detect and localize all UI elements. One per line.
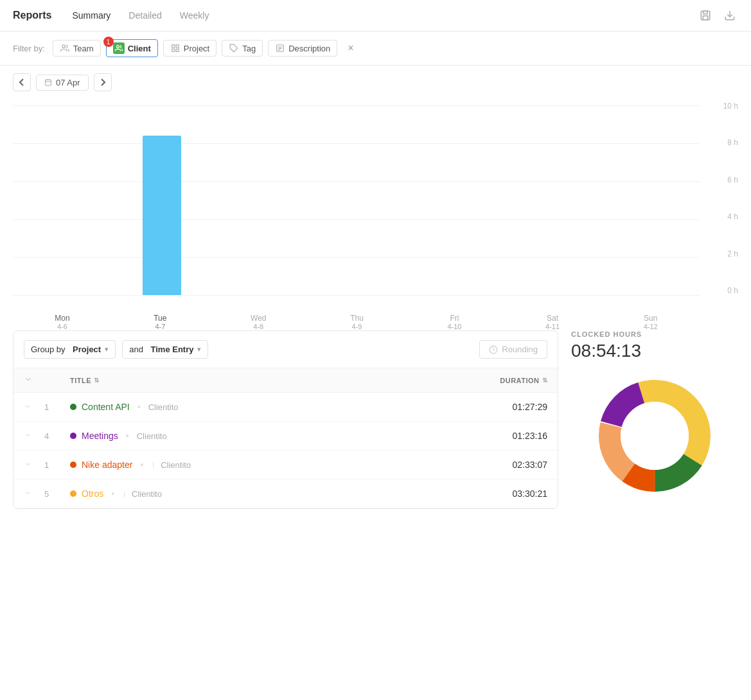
row-toggle-1[interactable] (24, 402, 44, 412)
filter-team-label: Team (73, 44, 94, 53)
row-toggle-3[interactable] (24, 460, 44, 470)
filter-tag[interactable]: Tag (222, 40, 263, 57)
filter-team[interactable]: Team (53, 40, 101, 57)
group-by-select[interactable]: Group by Project ▾ (24, 340, 116, 359)
svg-rect-15 (46, 80, 51, 85)
bar-tue-rect (143, 136, 181, 295)
y-label-8h: 8 h (727, 138, 738, 147)
table-controls: Group by Project ▾ and Time Entry ▾ Roun… (13, 331, 558, 368)
filter-label: Filter by: (13, 44, 45, 53)
donut-svg (590, 372, 719, 500)
clocked-label: CLOCKED HOURS (571, 330, 738, 338)
table-card: Group by Project ▾ and Time Entry ▾ Roun… (13, 330, 558, 509)
download-button[interactable] (721, 7, 738, 24)
row-title-4: Otros • | Clientito (70, 489, 470, 499)
svg-rect-6 (172, 45, 175, 48)
row-toggle-2[interactable] (24, 431, 44, 441)
row-num-1: 1 (44, 402, 70, 412)
rounding-icon (489, 345, 498, 354)
svg-rect-7 (176, 45, 179, 48)
clocked-time: 08:54:13 (571, 341, 738, 361)
col-title-header[interactable]: TITLE ⇅ (70, 377, 470, 384)
date-nav: 07 Apr (0, 66, 751, 99)
nav-tabs: Summary Detailed Weekly (64, 6, 697, 24)
col-duration-header[interactable]: DURATION ⇅ (470, 377, 547, 384)
filter-tag-label: Tag (242, 44, 256, 53)
tab-detailed[interactable]: Detailed (121, 6, 169, 24)
x-label-wed: Wed 4-8 (251, 314, 266, 330)
row-num-2: 4 (44, 431, 70, 441)
table-row: 5 Otros • | Clientito 03:30:21 (13, 480, 558, 508)
current-date: 07 Apr (56, 78, 80, 87)
bar-tue (143, 136, 181, 295)
x-label-thu: Thu 4-9 (350, 314, 364, 330)
svg-rect-1 (703, 11, 707, 14)
date-next-button[interactable] (94, 73, 112, 91)
tag-icon (229, 43, 239, 53)
x-label-sun: Sun 4-12 (644, 314, 658, 330)
y-label-0h: 0 h (727, 286, 738, 295)
client-icon (113, 42, 125, 54)
calendar-icon (44, 78, 52, 86)
col-toggle-header (24, 375, 44, 386)
title-sort-icon: ⇅ (94, 377, 100, 384)
table-header: TITLE ⇅ DURATION ⇅ (13, 368, 558, 393)
client-name-1: Clientito (148, 402, 179, 412)
client-name-2: Clientito (137, 431, 167, 441)
table-row: 1 Nike adapter • | Clientito 02:33:07 (13, 451, 558, 480)
y-axis: 10 h 8 h 6 h 4 h 2 h 0 h (723, 102, 738, 295)
description-icon (275, 43, 285, 53)
project-name-3[interactable]: Nike adapter (82, 460, 132, 470)
row-title-3: Nike adapter • | Clientito (70, 460, 470, 470)
project-name-4[interactable]: Otros (82, 489, 103, 499)
x-label-fri: Fri 4-10 (447, 314, 461, 330)
project-name-1[interactable]: Content API (82, 402, 130, 412)
bottom-section: Group by Project ▾ and Time Entry ▾ Roun… (0, 330, 751, 522)
svg-rect-9 (176, 49, 179, 51)
x-label-sat: Sat 4-11 (545, 314, 560, 330)
row-duration-2: 01:23:16 (470, 431, 547, 441)
filter-close-button[interactable]: × (348, 42, 353, 54)
tab-summary[interactable]: Summary (64, 6, 118, 24)
group-by-value: Project (73, 345, 101, 354)
client-badge: 1 (103, 37, 114, 47)
filter-client[interactable]: 1 Client (106, 39, 158, 57)
row-num-4: 5 (44, 489, 70, 499)
project-dot-1 (70, 404, 76, 410)
y-label-2h: 2 h (727, 249, 738, 258)
team-icon (60, 43, 70, 53)
tab-weekly[interactable]: Weekly (172, 6, 217, 24)
filter-bar: Filter by: Team 1 Client (0, 31, 751, 66)
x-label-tue: Tue 4-7 (154, 314, 166, 330)
table-row: 4 Meetings • Clientito 01:23:16 (13, 422, 558, 451)
row-title-1: Content API • Clientito (70, 402, 470, 412)
chart-area: 10 h 8 h 6 h 4 h 2 h 0 h (0, 99, 751, 330)
svg-point-5 (116, 46, 119, 48)
svg-point-25 (621, 402, 689, 470)
and-label: and (129, 345, 143, 354)
project-dot-2 (70, 433, 76, 439)
chart-bars (13, 105, 700, 295)
time-entry-value: Time Entry (151, 345, 194, 354)
client-name-3: Clientito (161, 460, 191, 470)
project-dot-4 (70, 490, 76, 497)
date-prev-button[interactable] (13, 73, 31, 91)
filter-project[interactable]: Project (163, 40, 216, 57)
client-name-4: Clientito (132, 489, 162, 499)
group-by-label: Group by (31, 345, 65, 354)
header-actions (697, 7, 738, 24)
project-dot-3 (70, 462, 76, 468)
time-entry-select[interactable]: and Time Entry ▾ (122, 340, 208, 359)
project-name-2[interactable]: Meetings (82, 431, 118, 441)
donut-card: CLOCKED HOURS 08:54:13 (571, 330, 738, 509)
donut-chart (571, 372, 738, 500)
save-button[interactable] (697, 7, 714, 24)
filter-description[interactable]: Description (268, 40, 337, 57)
x-axis: Mon 4-6 Tue 4-7 Wed 4-8 Thu 4-9 Fri 4-10… (13, 314, 700, 330)
project-icon (170, 43, 181, 53)
rounding-button[interactable]: Rounding (479, 340, 547, 359)
filter-client-label: Client (128, 44, 151, 53)
row-toggle-4[interactable] (24, 489, 44, 499)
y-label-6h: 6 h (727, 175, 738, 184)
duration-sort-icon: ⇅ (542, 377, 548, 384)
